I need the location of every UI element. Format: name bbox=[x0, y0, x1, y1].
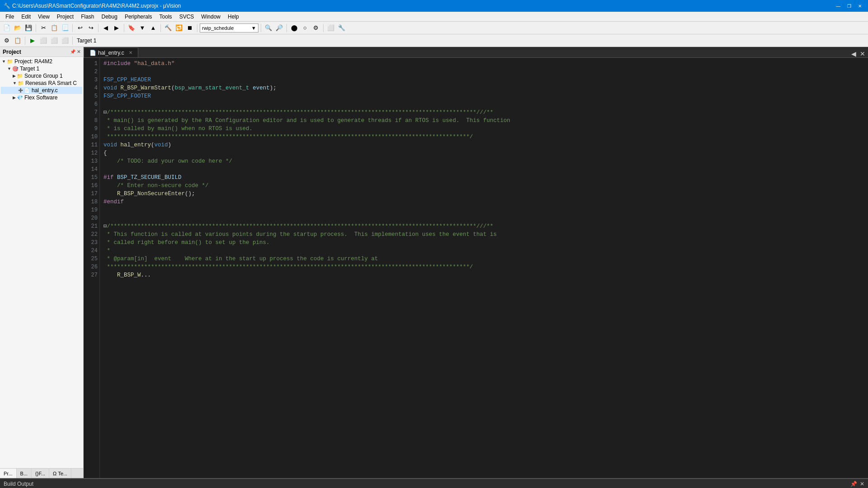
expand-target1[interactable]: ▼ bbox=[7, 66, 11, 71]
hal-icon: 📄 bbox=[24, 88, 30, 94]
ln25: 25 bbox=[85, 255, 98, 263]
expand-project[interactable]: ▼ bbox=[2, 59, 6, 64]
ln15: 15 bbox=[85, 174, 98, 182]
minimize-button[interactable]: — bbox=[834, 1, 843, 10]
search-button[interactable]: 🔎 bbox=[274, 23, 284, 33]
tree-item-renesas[interactable]: ▼ 📁 Renesas RA Smart C bbox=[1, 80, 82, 87]
source-group-label: Source Group 1 bbox=[24, 73, 63, 79]
flex-label: Flex Software bbox=[24, 94, 57, 101]
expand-hal[interactable]: ➕ bbox=[18, 88, 23, 93]
build-pin-button[interactable]: 📌 bbox=[850, 481, 857, 487]
tab-templates[interactable]: Ω Te... bbox=[49, 469, 71, 478]
menu-item-help[interactable]: Help bbox=[224, 12, 243, 22]
target-dropdown[interactable]: rwip_schedule ▼ bbox=[200, 23, 258, 33]
step-out-button[interactable]: ⬜ bbox=[60, 36, 70, 46]
editor-close-button[interactable]: ✕ bbox=[860, 50, 865, 57]
ln14: 14 bbox=[85, 165, 98, 174]
window-button[interactable]: ⬜ bbox=[326, 23, 336, 33]
rebuild-button[interactable]: 🔁 bbox=[174, 23, 184, 33]
tree-item-target1[interactable]: ▼ 🎯 Target 1 bbox=[1, 65, 82, 72]
ln26: 26 bbox=[85, 263, 98, 271]
menu-item-debug[interactable]: Debug bbox=[98, 12, 121, 22]
run-button[interactable]: ▶ bbox=[28, 36, 38, 46]
expand-flex[interactable]: ▶ bbox=[13, 95, 16, 100]
save-button[interactable]: 💾 bbox=[23, 23, 33, 33]
editor-area: 📄 hal_entry.c ✕ ◀ ✕ 1 2 3 4 5 6 7 8 9 10 bbox=[84, 47, 868, 478]
tab-books[interactable]: B... bbox=[17, 469, 32, 478]
menu-item-flash[interactable]: Flash bbox=[77, 12, 98, 22]
build-output-title: Build Output bbox=[4, 481, 33, 487]
bookmark-prev-button[interactable]: ▲ bbox=[148, 23, 158, 33]
target-config-button[interactable]: ⚙ bbox=[2, 36, 12, 46]
menu-item-project[interactable]: Project bbox=[53, 12, 77, 22]
maximize-button[interactable]: ❐ bbox=[845, 1, 854, 10]
ln22: 22 bbox=[85, 230, 98, 239]
tree-item-project[interactable]: ▼ 📁 Project: RA4M2 bbox=[1, 58, 82, 65]
undo-button[interactable]: ↩ bbox=[75, 23, 85, 33]
ln19: 19 bbox=[85, 206, 98, 214]
ln2: 2 bbox=[85, 68, 98, 76]
panel-tabs: Pr... B... {}F... Ω Te... bbox=[0, 468, 83, 478]
window-title: C:\Users\Asus\RASmartConfigurator\RA4M2\… bbox=[10, 3, 834, 9]
renesas-label: Renesas RA Smart C bbox=[25, 80, 77, 86]
tree-item-source-group[interactable]: ▶ 📁 Source Group 1 bbox=[1, 72, 82, 80]
expand-source-group[interactable]: ▶ bbox=[13, 74, 16, 78]
tree-item-flex[interactable]: ▶ 💎 Flex Software bbox=[1, 94, 82, 101]
paste-button[interactable]: 📃 bbox=[60, 23, 70, 33]
project-icon: 📁 bbox=[7, 59, 13, 65]
menu-bar: FileEditViewProjectFlashDebugPeripherals… bbox=[0, 12, 868, 22]
renesas-icon: 📁 bbox=[18, 80, 24, 86]
tool1-button[interactable]: 🔧 bbox=[337, 23, 347, 33]
redo-button[interactable]: ↪ bbox=[86, 23, 96, 33]
editor-tab-close[interactable]: ✕ bbox=[129, 50, 132, 55]
cut-button[interactable]: ✂ bbox=[38, 23, 48, 33]
copy-button[interactable]: 📋 bbox=[49, 23, 59, 33]
menu-item-svcs[interactable]: SVCS bbox=[176, 12, 198, 22]
menu-item-view[interactable]: View bbox=[34, 12, 53, 22]
stop-build-button[interactable]: ⏹ bbox=[185, 23, 195, 33]
close-button[interactable]: ✕ bbox=[855, 1, 864, 10]
editor-tabs: 📄 hal_entry.c ✕ ◀ ✕ bbox=[84, 47, 868, 58]
step-button[interactable]: ⬜ bbox=[38, 36, 48, 46]
bookmark-button[interactable]: 🔖 bbox=[127, 23, 136, 33]
sep7 bbox=[261, 24, 261, 32]
menu-item-peripherals[interactable]: Peripherals bbox=[121, 12, 156, 22]
menu-item-file[interactable]: File bbox=[2, 12, 18, 22]
panel-pin-button[interactable]: 📌 bbox=[70, 49, 75, 54]
build-output-controls: 📌 ✕ bbox=[850, 481, 864, 487]
nav-fwd-button[interactable]: ▶ bbox=[112, 23, 122, 33]
sep1 bbox=[36, 24, 36, 32]
tab-functions[interactable]: {}F... bbox=[32, 469, 49, 478]
build-close-button[interactable]: ✕ bbox=[860, 481, 864, 487]
menu-item-edit[interactable]: Edit bbox=[18, 12, 34, 22]
menu-item-window[interactable]: Window bbox=[197, 12, 224, 22]
tree-item-hal-entry[interactable]: ➕ 📄 hal_entry.c bbox=[1, 87, 82, 94]
debug1-button[interactable]: ⬤ bbox=[289, 23, 299, 33]
step-over-button[interactable]: ⬜ bbox=[49, 36, 59, 46]
editor-pin-button[interactable]: ◀ bbox=[851, 50, 856, 57]
ln12: 12 bbox=[85, 149, 98, 157]
menu-item-tools[interactable]: Tools bbox=[156, 12, 176, 22]
ln27: 27 bbox=[85, 271, 98, 279]
panel-close-button[interactable]: ✕ bbox=[77, 49, 80, 54]
bookmark-next-button[interactable]: ▼ bbox=[137, 23, 147, 33]
build-button[interactable]: 🔨 bbox=[163, 23, 173, 33]
project-panel-title: Project bbox=[3, 49, 21, 55]
expand-renesas[interactable]: ▼ bbox=[13, 81, 17, 85]
ln11: 11 bbox=[85, 141, 98, 149]
find-button[interactable]: 🔍 bbox=[263, 23, 273, 33]
target-label: Target 1 bbox=[77, 38, 96, 44]
nav-back-button[interactable]: ◀ bbox=[101, 23, 111, 33]
tab-project[interactable]: Pr... bbox=[0, 469, 17, 478]
ln5: 5 bbox=[85, 92, 98, 100]
editor-tab-hal-entry[interactable]: 📄 hal_entry.c ✕ bbox=[84, 47, 138, 57]
debug2-button[interactable]: ○ bbox=[300, 23, 310, 33]
debug3-button[interactable]: ⚙ bbox=[311, 23, 321, 33]
tb2-sep2 bbox=[72, 37, 73, 45]
code-content[interactable]: #include "hal_data.h" FSP_CPP_HEADER voi… bbox=[100, 58, 868, 478]
toolbar2: ⚙ 📋 ▶ ⬜ ⬜ ⬜ Target 1 bbox=[0, 34, 868, 47]
options-button[interactable]: 📋 bbox=[13, 36, 23, 46]
new-button[interactable]: 📄 bbox=[2, 23, 12, 33]
project-panel: Project 📌 ✕ ▼ 📁 Project: RA4M2 ▼ 🎯 Targe… bbox=[0, 47, 84, 478]
open-button[interactable]: 📂 bbox=[13, 23, 23, 33]
